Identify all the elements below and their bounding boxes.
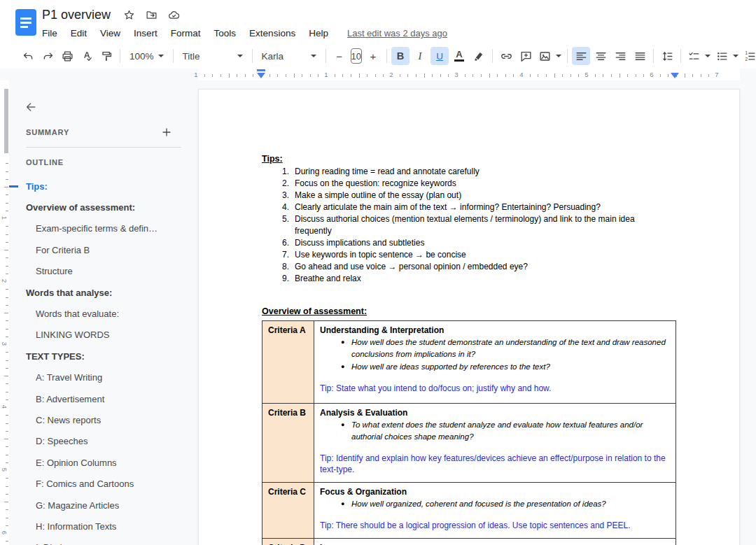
outline-item[interactable]: A: Travel Writing xyxy=(9,367,198,388)
menu-tools[interactable]: Tools xyxy=(214,28,237,38)
add-summary-button[interactable] xyxy=(159,125,174,140)
star-icon[interactable] xyxy=(122,8,136,22)
vertical-ruler[interactable]: 123456 xyxy=(0,80,9,545)
document-title[interactable]: P1 overview xyxy=(42,8,111,22)
tips-list-item: 2.Focus on the question: recognize keywo… xyxy=(262,178,650,190)
text-color-button[interactable]: A xyxy=(450,47,468,65)
ruler-number: 2 xyxy=(386,71,396,78)
comment-button[interactable] xyxy=(517,47,535,65)
menu-edit[interactable]: Edit xyxy=(71,28,87,38)
assessment-table: Criteria AUnderstanding & Interpretation… xyxy=(262,320,676,545)
outline-item[interactable]: LINKING WORDS xyxy=(9,325,198,346)
list-number: 9. xyxy=(262,273,289,285)
align-justify-button[interactable] xyxy=(631,47,649,65)
outline-item[interactable]: Words that analyse: xyxy=(9,282,198,303)
move-folder-icon[interactable] xyxy=(144,8,158,22)
overview-heading: Overview of assessment: xyxy=(262,306,739,317)
criteria-cell[interactable]: Criteria C xyxy=(262,483,314,538)
criteria-tip: Tip: State what you intend to do/focus o… xyxy=(320,383,668,394)
tips-list-item: 1.During reading time = read and annotat… xyxy=(262,166,650,178)
checklist-button[interactable] xyxy=(685,47,712,65)
right-indent-marker[interactable] xyxy=(671,73,679,78)
summary-row: SUMMARY xyxy=(26,125,174,140)
outline-item[interactable]: Structure xyxy=(9,261,198,282)
criteria-description-cell[interactable]: Language●How clear, varied, and accurate… xyxy=(314,539,676,545)
ruler-number: 5 xyxy=(1,465,8,475)
zoom-value: 100% xyxy=(130,51,154,62)
line-spacing-button[interactable] xyxy=(658,47,676,65)
horizontal-ruler[interactable]: 11234567 xyxy=(0,69,756,80)
outline-item[interactable]: For Criteria B xyxy=(9,239,198,260)
ruler-number: 1 xyxy=(1,213,8,223)
menu-insert[interactable]: Insert xyxy=(134,28,158,38)
outline-item[interactable]: G: Magazine Articles xyxy=(9,495,198,516)
toolbar: 100% Title Karla − 10 + B I U A xyxy=(0,43,756,69)
criteria-cell[interactable]: Criteria D xyxy=(262,539,314,545)
outline-item[interactable]: C: News reports xyxy=(9,409,198,430)
underline-button[interactable]: U xyxy=(430,47,449,65)
font-size-decrease-button[interactable]: − xyxy=(330,47,349,65)
bullet-list-button[interactable] xyxy=(713,47,740,65)
menu-file[interactable]: File xyxy=(42,28,57,38)
cloud-status-icon[interactable] xyxy=(167,8,181,22)
criteria-cell[interactable]: Criteria B xyxy=(262,404,314,482)
numbered-list-button[interactable]: 12 xyxy=(741,47,756,65)
criteria-cell[interactable]: Criteria A xyxy=(262,321,314,403)
link-button[interactable] xyxy=(497,47,515,65)
criteria-title: Focus & Organization xyxy=(320,486,668,497)
print-button[interactable] xyxy=(58,47,76,65)
tips-list-item: 5.Discuss authorial choices (mention tex… xyxy=(262,213,650,237)
menu-help[interactable]: Help xyxy=(309,28,328,38)
outline-item[interactable]: F: Comics and Cartoons xyxy=(9,473,198,494)
menu-format[interactable]: Format xyxy=(171,28,201,38)
criteria-description-cell[interactable]: Focus & Organization●How well organized,… xyxy=(314,483,676,538)
outline-item[interactable]: TEXT TYPES: xyxy=(9,346,198,367)
highlight-button[interactable] xyxy=(470,47,488,65)
outline-item[interactable]: Words that evaluate: xyxy=(9,303,198,324)
ruler-number: 2 xyxy=(1,276,8,286)
bullet-icon: ● xyxy=(341,419,344,431)
font-size-value[interactable]: 10 xyxy=(351,48,362,64)
app-header: P1 overview FileEditViewInsertFormatTool… xyxy=(0,0,756,43)
spellcheck-button[interactable] xyxy=(78,47,96,65)
outline-item[interactable]: D: Speeches xyxy=(9,431,198,452)
menu-view[interactable]: View xyxy=(100,28,120,38)
tips-heading: Tips: xyxy=(262,154,739,164)
ruler-number: 6 xyxy=(647,71,657,78)
undo-button[interactable] xyxy=(19,47,37,65)
outline-item[interactable]: I: Diaries xyxy=(9,537,198,545)
align-center-button[interactable] xyxy=(592,47,610,65)
redo-button[interactable] xyxy=(38,47,57,65)
outline-item[interactable]: Tips: xyxy=(9,176,198,197)
outline-item[interactable]: Exam-specific terms & defin… xyxy=(9,218,198,239)
table-row: Criteria AUnderstanding & Interpretation… xyxy=(262,321,676,403)
back-arrow-icon xyxy=(24,100,38,114)
menu-extensions[interactable]: Extensions xyxy=(249,28,295,38)
close-outline-button[interactable] xyxy=(21,97,41,117)
outline-item[interactable]: E: Opinion Columns xyxy=(9,452,198,473)
font-select[interactable]: Karla xyxy=(257,47,321,65)
image-button[interactable] xyxy=(536,47,563,65)
document-page[interactable]: Tips: 1.During reading time = read and a… xyxy=(198,89,740,545)
criteria-description-cell[interactable]: Understanding & Interpretation●How well … xyxy=(314,321,676,403)
chevron-down-icon xyxy=(705,55,710,57)
list-number: 2. xyxy=(262,178,289,190)
font-size-increase-button[interactable]: + xyxy=(364,47,382,65)
criteria-description-cell[interactable]: Analysis & Evaluation●To what extent doe… xyxy=(314,404,676,482)
outline-item[interactable]: Overview of assessment: xyxy=(9,197,198,218)
last-edit-link[interactable]: Last edit was 2 days ago xyxy=(347,28,447,38)
list-number: 8. xyxy=(262,261,289,273)
left-indent-marker[interactable] xyxy=(257,73,265,78)
docs-logo-icon[interactable] xyxy=(15,9,36,36)
zoom-select[interactable]: 100% xyxy=(125,47,169,65)
align-right-button[interactable] xyxy=(611,47,629,65)
bold-button[interactable]: B xyxy=(391,47,410,65)
paint-format-button[interactable] xyxy=(97,47,115,65)
italic-button[interactable]: I xyxy=(411,47,429,65)
first-line-indent-marker[interactable] xyxy=(257,69,265,71)
outline-item[interactable]: H: Information Texts xyxy=(9,516,198,537)
criteria-bullet: ●To what extent does the student analyze… xyxy=(320,419,668,443)
styles-select[interactable]: Title xyxy=(178,47,248,65)
outline-item[interactable]: B: Advertisement xyxy=(9,388,198,409)
align-left-button[interactable] xyxy=(572,47,590,65)
